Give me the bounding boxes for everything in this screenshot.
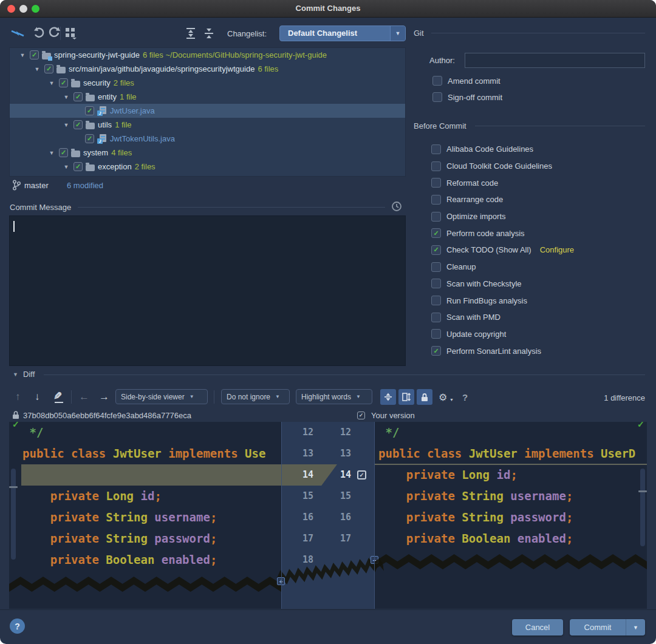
- checkbox[interactable]: [431, 329, 441, 339]
- tree-checkbox[interactable]: ✓: [85, 176, 94, 177]
- tree-row-system[interactable]: ▼ ✓ system 4 files: [10, 146, 405, 160]
- code-line: private String password;: [378, 507, 573, 528]
- tree-row-utils[interactable]: ▼ ✓ utils 1 file: [10, 118, 405, 132]
- tree-checkbox[interactable]: ✓: [30, 50, 39, 59]
- folded-region-zigzag[interactable]: [9, 574, 281, 593]
- checkbox[interactable]: [431, 212, 441, 222]
- message-history-icon[interactable]: [391, 201, 402, 214]
- diff-right-pane[interactable]: */ public class JwtUser implements UserD…: [375, 422, 647, 609]
- checkbox[interactable]: [431, 262, 441, 272]
- refresh-icon[interactable]: [47, 26, 61, 42]
- left-scrollbar-thumb[interactable]: [11, 469, 16, 560]
- disable-editing-lock-icon[interactable]: [417, 389, 432, 405]
- tree-row-security[interactable]: ▼ ✓ security 2 files: [10, 76, 405, 90]
- checkbox[interactable]: [431, 144, 441, 154]
- checkbox[interactable]: [431, 178, 441, 188]
- chevron-expanded-icon[interactable]: ▼: [47, 80, 56, 86]
- collapse-all-icon[interactable]: [203, 27, 214, 42]
- sync-scroll-icon[interactable]: [398, 389, 414, 405]
- tree-checkbox[interactable]: ✓: [73, 162, 83, 171]
- option-cloud-toolkit[interactable]: Cloud Toolkit Code Guidelines: [431, 158, 574, 175]
- author-label: Author:: [429, 56, 455, 65]
- option-sonarlint[interactable]: ✓Perform SonarLint analysis: [431, 342, 574, 359]
- diff-settings-gear-icon[interactable]: ⚙: [439, 391, 447, 403]
- highlight-mode-select[interactable]: Highlight words▼: [296, 389, 372, 404]
- whitespace-ignore-select[interactable]: Do not ignore▼: [221, 389, 290, 404]
- diff-left-pane[interactable]: */ public class JwtUser implements Use p…: [9, 422, 281, 609]
- option-checkstyle[interactable]: Scan with Checkstyle: [431, 276, 574, 293]
- checkbox[interactable]: [431, 161, 441, 171]
- chevron-expanded-icon[interactable]: ▼: [18, 52, 27, 58]
- checkbox[interactable]: ✓: [431, 228, 441, 238]
- previous-difference-icon[interactable]: ↑: [15, 391, 21, 403]
- cancel-button[interactable]: Cancel: [512, 619, 563, 636]
- tree-checkbox[interactable]: ✓: [59, 148, 68, 157]
- commit-button[interactable]: Commit ▼: [570, 619, 645, 636]
- tree-checkbox[interactable]: ✓: [85, 134, 94, 143]
- option-alibaba[interactable]: Alibaba Code Guidelines: [431, 141, 574, 158]
- checkbox[interactable]: [431, 195, 441, 205]
- commit-options-chevron-icon[interactable]: ▼: [626, 625, 645, 631]
- tree-checkbox[interactable]: ✓: [59, 78, 68, 87]
- chevron-down-icon[interactable]: ▼: [390, 26, 405, 41]
- checkbox[interactable]: ✓: [431, 346, 441, 356]
- next-difference-icon[interactable]: ↓: [35, 391, 40, 403]
- chevron-expanded-icon[interactable]: ▼: [62, 94, 70, 100]
- tree-checkbox[interactable]: ✓: [44, 64, 53, 73]
- option-code-analysis[interactable]: ✓Perform code analysis: [431, 225, 574, 242]
- option-copyright[interactable]: Update copyright: [431, 326, 574, 343]
- collapse-unchanged-icon[interactable]: [380, 389, 396, 405]
- author-input[interactable]: [465, 53, 645, 68]
- fold-marker[interactable]: [9, 486, 18, 488]
- tree-row-jwtuser-selected[interactable]: ✓ J JwtUser.java: [10, 104, 405, 118]
- tree-row-project[interactable]: ▼ ✓ spring-security-jwt-guide 6 files ~/…: [10, 48, 405, 62]
- viewer-mode-select[interactable]: Side-by-side viewer▼: [115, 389, 208, 404]
- tree-row-jwttokenutils[interactable]: ✓ J JwtTokenUtils.java: [10, 132, 405, 146]
- configure-link[interactable]: Configure: [540, 245, 574, 254]
- right-scrollbar-thumb[interactable]: [640, 469, 645, 546]
- next-change-icon[interactable]: →: [99, 391, 109, 403]
- tree-row-partial[interactable]: ✓ J: [10, 174, 405, 177]
- fold-marker[interactable]: [638, 490, 647, 492]
- chevron-expanded-icon[interactable]: ▼: [62, 164, 70, 170]
- group-by-icon[interactable]: [65, 27, 77, 39]
- option-optimize-imports[interactable]: Optimize imports: [431, 208, 574, 225]
- previous-change-icon[interactable]: ←: [79, 391, 89, 403]
- modified-count-link[interactable]: 6 modified: [67, 181, 103, 190]
- checkbox[interactable]: [431, 313, 441, 322]
- help-button[interactable]: ?: [10, 619, 25, 634]
- checkbox[interactable]: [431, 279, 441, 288]
- edit-source-icon[interactable]: ✎: [53, 390, 62, 402]
- checkbox[interactable]: ✓: [431, 245, 441, 255]
- signoff-checkbox[interactable]: [432, 92, 442, 102]
- show-diff-icon[interactable]: [10, 26, 25, 41]
- tree-checkbox[interactable]: ✓: [73, 120, 83, 129]
- diff-help-icon[interactable]: ?: [462, 392, 468, 402]
- folded-region-zigzag[interactable]: [375, 551, 647, 571]
- amend-checkbox[interactable]: [432, 76, 442, 86]
- option-findbugs[interactable]: Run FindBugs analysis: [431, 292, 574, 309]
- expand-all-icon[interactable]: [185, 27, 196, 42]
- tree-checkbox[interactable]: ✓: [85, 106, 94, 115]
- tree-checkbox[interactable]: ✓: [73, 92, 83, 101]
- tree-row-src[interactable]: ▼ ✓ src/main/java/github/javaguide/sprin…: [10, 62, 405, 76]
- chevron-expanded-icon[interactable]: ▼: [47, 150, 56, 156]
- signoff-commit-option[interactable]: Sign-off commit: [432, 91, 502, 103]
- option-rearrange[interactable]: Rearrange code: [431, 191, 574, 208]
- option-pmd[interactable]: Scan with PMD: [431, 309, 574, 326]
- chevron-expanded-icon[interactable]: ▼: [33, 66, 41, 72]
- rollback-icon[interactable]: [32, 26, 46, 42]
- tree-row-exception[interactable]: ▼ ✓ exception 2 files: [10, 160, 405, 174]
- tree-row-entity[interactable]: ▼ ✓ entity 1 file: [10, 90, 405, 104]
- checkbox[interactable]: [431, 296, 441, 305]
- amend-commit-option[interactable]: Amend commit: [432, 75, 501, 87]
- changelist-select[interactable]: Default Changelist ▼: [279, 25, 406, 41]
- include-change-checkbox[interactable]: ✓: [357, 470, 366, 480]
- your-version-checkbox[interactable]: ✓: [357, 412, 365, 419]
- diff-collapse-chevron-icon[interactable]: ▼: [13, 371, 18, 378]
- chevron-expanded-icon[interactable]: ▼: [62, 122, 70, 128]
- commit-message-input[interactable]: [9, 215, 406, 366]
- option-reformat[interactable]: Reformat code: [431, 174, 574, 191]
- option-cleanup[interactable]: Cleanup: [431, 259, 574, 276]
- option-check-todo[interactable]: ✓Check TODO (Show All)Configure: [431, 242, 574, 259]
